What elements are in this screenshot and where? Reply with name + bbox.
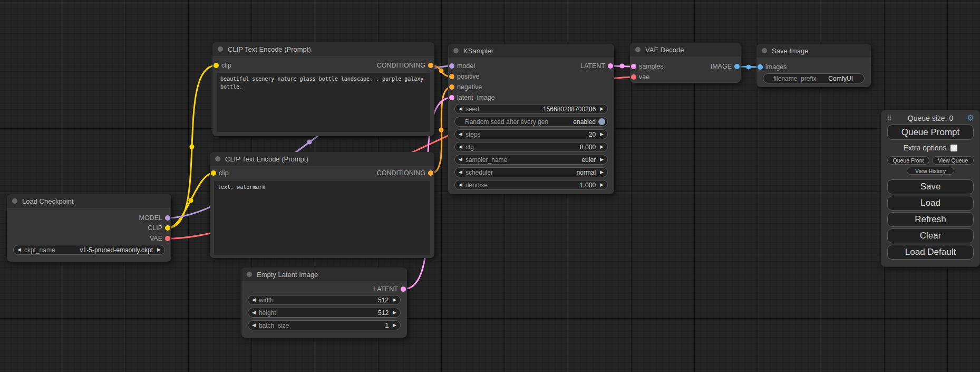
increment-icon[interactable]: ▶ — [600, 183, 604, 187]
denoise-widget[interactable]: ◀ denoise 1.000 ▶ — [454, 180, 608, 190]
toggle-circle-icon[interactable] — [598, 118, 605, 125]
node-header[interactable]: Load Checkpoint — [7, 194, 171, 208]
negative-prompt-textarea[interactable]: text, watermark — [214, 181, 430, 255]
extra-options-row: Extra options — [881, 144, 979, 152]
conditioning-output-dot[interactable] — [428, 170, 433, 176]
collapse-dot-icon[interactable] — [218, 46, 223, 52]
widget-value: 512 — [378, 309, 389, 317]
vae-input-dot[interactable] — [631, 74, 636, 80]
collapse-dot-icon[interactable] — [762, 48, 767, 53]
gear-icon[interactable]: ⚙ — [967, 114, 974, 122]
positive-input-dot[interactable] — [449, 74, 454, 79]
collapse-dot-icon[interactable] — [635, 47, 641, 52]
decrement-icon[interactable]: ◀ — [252, 298, 256, 302]
widget-value: normal — [576, 169, 596, 176]
vae-output-dot[interactable] — [165, 236, 170, 241]
model-input-dot[interactable] — [449, 63, 454, 69]
queue-panel-header: ⠿ Queue size: 0 ⚙ — [881, 113, 979, 123]
negative-input-dot[interactable] — [449, 84, 454, 90]
widget-value: 512 — [378, 297, 389, 304]
seed-widget[interactable]: ◀ seed 156680208700286 ▶ — [454, 104, 608, 114]
increment-icon[interactable]: ▶ — [393, 310, 396, 315]
node-header[interactable]: KSampler — [448, 44, 614, 58]
sampler-name-widget[interactable]: ◀ sampler_name euler ▶ — [454, 155, 608, 165]
conditioning-output-dot[interactable] — [428, 63, 433, 68]
decrement-icon[interactable]: ◀ — [459, 107, 462, 111]
increment-icon[interactable]: ▶ — [393, 298, 396, 302]
node-header[interactable]: Save Image — [756, 44, 871, 58]
clip-output-dot[interactable] — [165, 225, 170, 231]
collapse-dot-icon[interactable] — [215, 156, 220, 161]
positive-prompt-textarea[interactable]: beautiful scenery nature glass bottle la… — [217, 73, 430, 132]
images-input-dot[interactable] — [758, 64, 763, 70]
drag-handle-icon[interactable]: ⠿ — [887, 115, 892, 122]
queue-panel[interactable]: ⠿ Queue size: 0 ⚙ Queue Prompt Extra opt… — [881, 110, 980, 267]
collapse-dot-icon[interactable] — [453, 48, 459, 53]
slot-label: positive — [457, 73, 479, 80]
load-button[interactable]: Load — [887, 196, 974, 211]
increment-icon[interactable]: ▶ — [393, 323, 396, 328]
height-widget[interactable]: ◀ height 512 ▶ — [248, 308, 401, 318]
clip-input-dot[interactable] — [214, 63, 219, 68]
increment-icon[interactable]: ▶ — [600, 132, 604, 137]
increment-icon[interactable]: ▶ — [157, 247, 161, 252]
latent-output-dot[interactable] — [608, 63, 613, 69]
save-button[interactable]: Save — [887, 179, 974, 194]
view-history-button[interactable]: View History — [907, 167, 954, 175]
decrement-icon[interactable]: ◀ — [459, 145, 462, 149]
latent-output-dot[interactable] — [401, 287, 406, 292]
clip-input-dot[interactable] — [211, 170, 216, 176]
input-slot-images: images — [756, 63, 787, 71]
node-clip-text-encode-negative[interactable]: CLIP Text Encode (Prompt) clip CONDITION… — [210, 152, 434, 258]
ckpt-name-widget[interactable]: ◀ ckpt_name v1-5-pruned-emaonly.ckpt ▶ — [13, 245, 165, 255]
batch-size-widget[interactable]: ◀ batch_size 1 ▶ — [248, 320, 401, 330]
steps-widget[interactable]: ◀ steps 20 ▶ — [454, 129, 608, 139]
node-ksampler[interactable]: KSampler model LATENT positive negative … — [448, 44, 614, 194]
view-queue-button[interactable]: View Queue — [932, 156, 974, 165]
decrement-icon[interactable]: ◀ — [459, 157, 462, 162]
extra-options-checkbox[interactable] — [950, 145, 957, 151]
increment-icon[interactable]: ▶ — [600, 157, 604, 162]
width-widget[interactable]: ◀ width 512 ▶ — [248, 295, 401, 305]
increment-icon[interactable]: ▶ — [600, 107, 604, 111]
model-output-dot[interactable] — [165, 215, 170, 221]
queue-front-button[interactable]: Queue Front — [887, 156, 929, 165]
samples-input-dot[interactable] — [631, 64, 636, 69]
node-empty-latent-image[interactable]: Empty Latent Image LATENT ◀ width 512 ▶ … — [241, 268, 407, 338]
input-slot-vae: vae — [630, 73, 649, 81]
node-clip-text-encode-positive[interactable]: CLIP Text Encode (Prompt) clip CONDITION… — [212, 42, 434, 136]
widget-label: cfg — [465, 144, 580, 151]
image-output-dot[interactable] — [734, 64, 740, 69]
decrement-icon[interactable]: ◀ — [459, 170, 462, 175]
node-header[interactable]: VAE Decode — [630, 43, 741, 56]
widget-label: seed — [465, 106, 543, 113]
input-slot-clip: clip — [210, 169, 229, 177]
random-seed-toggle-widget[interactable]: Random seed after every gen enabled — [454, 117, 608, 127]
slot-label: CLIP — [148, 224, 162, 232]
latent-image-input-dot[interactable] — [449, 95, 454, 100]
scheduler-widget[interactable]: ◀ scheduler normal ▶ — [454, 167, 608, 177]
clear-button[interactable]: Clear — [887, 228, 974, 243]
node-save-image[interactable]: Save Image images filename_prefix ComfyU… — [756, 44, 871, 87]
widget-label: Random seed after every gen — [465, 118, 573, 126]
load-default-button[interactable]: Load Default — [887, 245, 974, 260]
node-header[interactable]: CLIP Text Encode (Prompt) — [212, 42, 434, 56]
node-load-checkpoint[interactable]: Load Checkpoint MODEL CLIP VAE ◀ ckpt_na… — [7, 194, 171, 262]
queue-prompt-button[interactable]: Queue Prompt — [887, 125, 974, 140]
decrement-icon[interactable]: ◀ — [459, 132, 462, 137]
widget-label: width — [259, 297, 378, 304]
decrement-icon[interactable]: ◀ — [252, 323, 256, 328]
decrement-icon[interactable]: ◀ — [252, 310, 256, 315]
node-header[interactable]: Empty Latent Image — [241, 268, 407, 281]
increment-icon[interactable]: ▶ — [600, 170, 604, 175]
filename-prefix-widget[interactable]: filename_prefix ComfyUI — [763, 73, 865, 83]
cfg-widget[interactable]: ◀ cfg 8.000 ▶ — [454, 142, 608, 152]
decrement-icon[interactable]: ◀ — [459, 183, 462, 187]
decrement-icon[interactable]: ◀ — [17, 247, 21, 252]
increment-icon[interactable]: ▶ — [600, 145, 604, 149]
node-vae-decode[interactable]: VAE Decode samples IMAGE vae — [630, 43, 741, 83]
refresh-button[interactable]: Refresh — [887, 212, 974, 227]
collapse-dot-icon[interactable] — [12, 198, 17, 204]
collapse-dot-icon[interactable] — [247, 272, 252, 277]
node-header[interactable]: CLIP Text Encode (Prompt) — [210, 152, 434, 166]
